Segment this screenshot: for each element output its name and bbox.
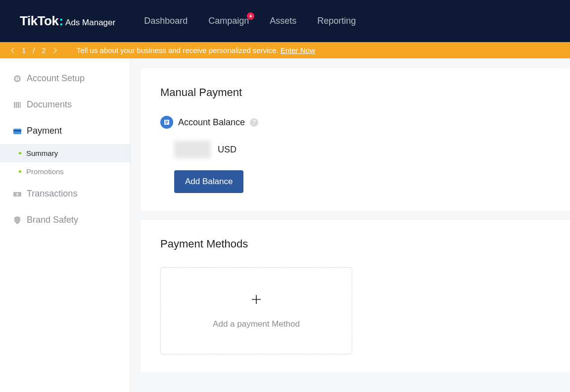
nav-links: Dashboard Campaign + Assets Reporting [144, 16, 356, 26]
banner-link[interactable]: Enter Now [281, 46, 315, 54]
layout: Account Setup Documents Payment Summary … [0, 58, 570, 392]
banner-text: Tell us about your business and receive … [77, 46, 315, 54]
manual-payment-title: Manual Payment [160, 86, 550, 99]
banner-next-icon[interactable] [53, 48, 57, 53]
add-payment-method-card[interactable]: Add a payment Method [160, 267, 352, 354]
balance-row: USD [174, 141, 550, 158]
logo-sub: Ads Manager [65, 18, 115, 28]
sidebar-item-account-setup[interactable]: Account Setup [0, 65, 130, 92]
sidebar: Account Setup Documents Payment Summary … [0, 58, 131, 392]
payment-methods-title: Payment Methods [160, 238, 550, 250]
sidebar-item-brand-safety[interactable]: Brand Safety [0, 207, 130, 233]
svg-text:$: $ [16, 193, 18, 196]
top-nav: TikTok : Ads Manager Dashboard Campaign … [0, 0, 570, 42]
nav-dashboard[interactable]: Dashboard [144, 16, 188, 26]
shield-icon [13, 216, 22, 225]
wallet-icon [13, 127, 22, 136]
nav-assets[interactable]: Assets [270, 16, 296, 26]
sidebar-sub-summary[interactable]: Summary [0, 144, 130, 162]
main-content: Manual Payment Account Balance ? USD Add… [131, 58, 570, 392]
svg-rect-14 [165, 123, 167, 124]
money-icon: $ [13, 190, 22, 198]
sidebar-item-payment[interactable]: Payment [0, 118, 130, 144]
sidebar-label-documents: Documents [27, 99, 72, 110]
banner-message: Tell us about your business and receive … [77, 46, 281, 54]
svg-rect-4 [16, 102, 17, 108]
sidebar-label-account-setup: Account Setup [27, 73, 85, 84]
account-balance-header: Account Balance ? [160, 116, 550, 129]
nav-campaign-label: Campaign [208, 16, 249, 26]
svg-rect-5 [18, 102, 19, 108]
balance-currency: USD [218, 145, 237, 155]
sidebar-item-documents[interactable]: Documents [0, 92, 130, 118]
documents-icon [13, 100, 22, 109]
add-payment-method-text: Add a payment Method [213, 319, 300, 329]
manual-payment-card: Manual Payment Account Balance ? USD Add… [141, 68, 570, 211]
sidebar-item-transactions[interactable]: $ Transactions [0, 181, 130, 207]
sidebar-sub-label-summary: Summary [26, 149, 58, 157]
account-balance-label: Account Balance [178, 117, 245, 128]
dot-icon [19, 152, 21, 154]
campaign-badge: + [247, 12, 254, 20]
svg-rect-6 [20, 102, 21, 108]
nav-reporting[interactable]: Reporting [317, 16, 356, 26]
balance-icon [160, 116, 173, 129]
add-balance-button[interactable]: Add Balance [174, 170, 243, 193]
logo[interactable]: TikTok : Ads Manager [20, 13, 115, 29]
sidebar-sub-promotions[interactable]: Promotions [0, 162, 130, 181]
dot-icon [19, 170, 21, 173]
banner-page-indicator: 1 / 2 [22, 46, 46, 54]
nav-campaign[interactable]: Campaign + [208, 16, 249, 26]
logo-brand: TikTok [20, 13, 58, 29]
sidebar-label-payment: Payment [27, 126, 62, 136]
plus-icon [251, 293, 262, 308]
sidebar-label-brand-safety: Brand Safety [27, 215, 78, 225]
notification-banner: 1 / 2 Tell us about your business and re… [0, 42, 570, 58]
banner-current: 1 [22, 46, 26, 54]
sidebar-label-transactions: Transactions [27, 189, 77, 199]
banner-pager: 1 / 2 [0, 46, 65, 54]
banner-prev-icon[interactable] [11, 48, 15, 53]
logo-colon: : [59, 13, 63, 29]
svg-rect-12 [165, 121, 168, 121]
svg-point-2 [17, 78, 18, 79]
svg-rect-13 [165, 122, 168, 122]
svg-rect-8 [13, 130, 21, 132]
svg-rect-3 [14, 102, 15, 108]
target-icon [13, 74, 22, 83]
payment-methods-card: Payment Methods Add a payment Method [141, 220, 570, 372]
banner-total: 2 [42, 46, 46, 54]
banner-sep: / [33, 46, 35, 54]
balance-amount-redacted [174, 141, 211, 158]
sidebar-sub-label-promotions: Promotions [26, 167, 64, 176]
help-icon[interactable]: ? [250, 118, 258, 127]
